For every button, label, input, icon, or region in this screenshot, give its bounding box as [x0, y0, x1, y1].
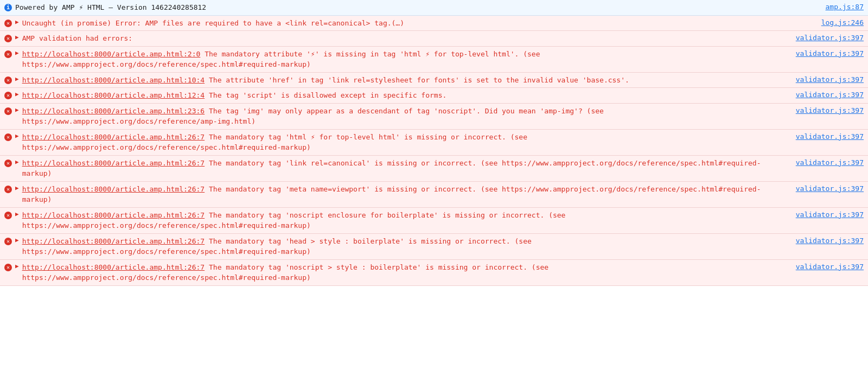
error-icon: ✕	[4, 106, 12, 115]
console-row: ✕ ▶ http://localhost:8000/article.amp.ht…	[0, 156, 868, 182]
row-source[interactable]: validator.js:397	[796, 158, 864, 167]
console-row: i Powered by AMP ⚡ HTML — Version 146224…	[0, 0, 868, 16]
console-row: ✕ ▶ AMP validation had errors: validator…	[0, 31, 868, 47]
error-link[interactable]: http://localhost:8000/article.amp.html:1…	[22, 76, 205, 84]
error-link[interactable]: http://localhost:8000/article.amp.html:1…	[22, 91, 205, 99]
expand-arrow[interactable]: ▶	[15, 91, 19, 98]
row-left: ✕ ▶ Uncaught (in promise) Error: AMP fil…	[4, 18, 815, 29]
info-icon: i	[4, 3, 12, 11]
row-source[interactable]: validator.js:397	[796, 106, 864, 114]
expand-arrow[interactable]: ▶	[15, 75, 19, 82]
row-message: Uncaught (in promise) Error: AMP files a…	[22, 18, 815, 29]
expand-arrow[interactable]: ▶	[15, 237, 19, 244]
error-icon: ✕	[4, 34, 12, 42]
error-link[interactable]: http://localhost:8000/article.amp.html:2…	[22, 237, 205, 245]
expand-arrow[interactable]: ▶	[15, 49, 19, 56]
row-left: ✕ ▶ http://localhost:8000/article.amp.ht…	[4, 236, 789, 257]
error-link[interactable]: http://localhost:8000/article.amp.html:2…	[22, 107, 205, 115]
console-row: ✕ ▶ http://localhost:8000/article.amp.ht…	[0, 208, 868, 234]
row-left: ✕ ▶ http://localhost:8000/article.amp.ht…	[4, 49, 789, 70]
error-icon: ✕	[4, 49, 12, 58]
console-row: ✕ ▶ http://localhost:8000/article.amp.ht…	[0, 234, 868, 260]
expand-arrow[interactable]: ▶	[15, 106, 19, 113]
row-left: ✕ ▶ AMP validation had errors:	[4, 33, 789, 44]
row-source[interactable]: validator.js:397	[796, 132, 864, 141]
error-link[interactable]: http://localhost:8000/article.amp.html:2…	[22, 50, 201, 58]
message-text: The tag 'script' is disallowed except in…	[205, 91, 446, 99]
error-icon: ✕	[4, 75, 12, 84]
row-message: http://localhost:8000/article.amp.html:2…	[22, 236, 789, 257]
row-source[interactable]: amp.js:87	[826, 3, 864, 11]
console-row: ✕ ▶ http://localhost:8000/article.amp.ht…	[0, 47, 868, 73]
error-icon: ✕	[4, 263, 12, 271]
error-icon: ✕	[4, 211, 12, 219]
row-left: ✕ ▶ http://localhost:8000/article.amp.ht…	[4, 184, 789, 205]
row-source[interactable]: validator.js:397	[796, 237, 864, 245]
error-link[interactable]: http://localhost:8000/article.amp.html:2…	[22, 185, 205, 193]
row-message: AMP validation had errors:	[22, 33, 789, 44]
expand-arrow[interactable]: ▶	[15, 132, 19, 139]
console-row: ✕ ▶ http://localhost:8000/article.amp.ht…	[0, 130, 868, 156]
row-message: Powered by AMP ⚡ HTML — Version 14622402…	[15, 2, 819, 13]
console-row: ✕ ▶ http://localhost:8000/article.amp.ht…	[0, 88, 868, 104]
console-row: ✕ ▶ http://localhost:8000/article.amp.ht…	[0, 104, 868, 130]
row-source[interactable]: validator.js:397	[796, 75, 864, 84]
error-link[interactable]: http://localhost:8000/article.amp.html:2…	[22, 159, 205, 167]
row-source[interactable]: validator.js:397	[796, 49, 864, 58]
row-message: http://localhost:8000/article.amp.html:2…	[22, 158, 789, 179]
error-icon: ✕	[4, 237, 12, 245]
row-source[interactable]: validator.js:397	[796, 34, 864, 42]
row-left: ✕ ▶ http://localhost:8000/article.amp.ht…	[4, 90, 789, 101]
error-icon: ✕	[4, 91, 12, 99]
error-link[interactable]: http://localhost:8000/article.amp.html:2…	[22, 133, 205, 141]
console-row: ✕ ▶ http://localhost:8000/article.amp.ht…	[0, 260, 868, 286]
error-link[interactable]: http://localhost:8000/article.amp.html:2…	[22, 263, 205, 271]
expand-arrow[interactable]: ▶	[15, 211, 19, 218]
row-left: ✕ ▶ http://localhost:8000/article.amp.ht…	[4, 75, 789, 86]
error-icon: ✕	[4, 184, 12, 193]
error-link[interactable]: http://localhost:8000/article.amp.html:2…	[22, 211, 205, 219]
console-row: ✕ ▶ http://localhost:8000/article.amp.ht…	[0, 182, 868, 208]
row-left: ✕ ▶ http://localhost:8000/article.amp.ht…	[4, 106, 789, 127]
row-left: i Powered by AMP ⚡ HTML — Version 146224…	[4, 2, 819, 13]
row-source[interactable]: validator.js:397	[796, 184, 864, 193]
console-panel: i Powered by AMP ⚡ HTML — Version 146224…	[0, 0, 868, 376]
expand-arrow[interactable]: ▶	[15, 18, 19, 26]
row-source[interactable]: validator.js:397	[796, 91, 864, 99]
error-icon: ✕	[4, 158, 12, 167]
expand-arrow[interactable]: ▶	[15, 158, 19, 165]
row-left: ✕ ▶ http://localhost:8000/article.amp.ht…	[4, 158, 789, 179]
row-message: http://localhost:8000/article.amp.html:2…	[22, 262, 789, 283]
row-message: http://localhost:8000/article.amp.html:2…	[22, 132, 789, 153]
message-text: The attribute 'href' in tag 'link rel=st…	[205, 76, 629, 84]
console-row: ✕ ▶ Uncaught (in promise) Error: AMP fil…	[0, 16, 868, 31]
expand-arrow[interactable]: ▶	[15, 184, 19, 192]
row-left: ✕ ▶ http://localhost:8000/article.amp.ht…	[4, 262, 789, 283]
row-message: http://localhost:8000/article.amp.html:2…	[22, 106, 789, 127]
row-source[interactable]: validator.js:397	[796, 211, 864, 219]
row-message: http://localhost:8000/article.amp.html:2…	[22, 49, 789, 70]
row-source[interactable]: validator.js:397	[796, 263, 864, 271]
row-left: ✕ ▶ http://localhost:8000/article.amp.ht…	[4, 132, 789, 153]
row-source[interactable]: log.js:246	[821, 18, 864, 27]
console-row: ✕ ▶ http://localhost:8000/article.amp.ht…	[0, 73, 868, 88]
error-icon: ✕	[4, 132, 12, 141]
expand-arrow[interactable]: ▶	[15, 34, 19, 41]
expand-arrow[interactable]: ▶	[15, 263, 19, 270]
row-left: ✕ ▶ http://localhost:8000/article.amp.ht…	[4, 210, 789, 231]
error-icon: ✕	[4, 18, 12, 27]
row-message: http://localhost:8000/article.amp.html:1…	[22, 75, 789, 86]
row-message: http://localhost:8000/article.amp.html:2…	[22, 210, 789, 231]
row-message: http://localhost:8000/article.amp.html:2…	[22, 184, 789, 205]
row-message: http://localhost:8000/article.amp.html:1…	[22, 90, 789, 101]
